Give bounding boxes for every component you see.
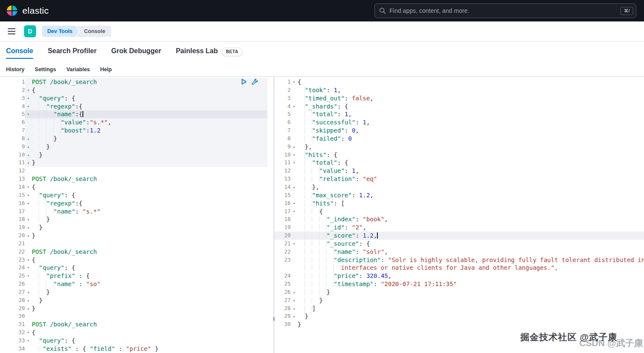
fold-close-icon[interactable]: ▴: [25, 305, 32, 313]
fold-close-icon[interactable]: ▴: [291, 288, 298, 296]
response-editor-line[interactable]: 19 "_id": "2",: [274, 223, 644, 232]
response-editor-line[interactable]: 29▴ }: [274, 312, 644, 320]
code-text[interactable]: "timestamp": "2020-07-21 17:11:35": [298, 280, 457, 288]
code-text[interactable]: "relation": "eq": [298, 175, 377, 183]
request-editor-line[interactable]: 8▴ }: [0, 135, 273, 143]
fold-open-icon[interactable]: ▾: [25, 191, 32, 199]
code-text[interactable]: "regexp":{: [32, 103, 82, 111]
response-editor-line[interactable]: 26▴ }: [274, 288, 644, 296]
request-editor-line[interactable]: 5▾ "name":{: [0, 110, 273, 118]
tab-grok-debugger[interactable]: Grok Debugger: [111, 47, 161, 58]
elastic-logo[interactable]: [5, 4, 19, 18]
request-editor-line[interactable]: 27▴ }: [0, 288, 273, 296]
code-text[interactable]: }: [32, 151, 43, 159]
code-text[interactable]: "query": {: [32, 264, 75, 272]
code-text[interactable]: "max_score": 1.2,: [298, 191, 374, 199]
wrench-icon[interactable]: [252, 78, 258, 85]
code-text[interactable]: }: [32, 296, 43, 305]
code-text[interactable]: "_source": {: [298, 240, 370, 248]
code-text[interactable]: "hits": {: [298, 151, 337, 159]
response-editor-line[interactable]: 11▾ "total": {: [274, 159, 644, 167]
request-editor-line[interactable]: 31POST /book/_search: [0, 320, 273, 329]
fold-close-icon[interactable]: ▴: [25, 215, 32, 223]
code-text[interactable]: ]: [298, 305, 316, 313]
code-text[interactable]: POST /book/_search: [32, 175, 97, 183]
code-text[interactable]: "hits": [: [298, 199, 345, 208]
fold-close-icon[interactable]: ▴: [25, 135, 32, 143]
request-editor-line[interactable]: 22POST /book/_search: [0, 248, 273, 256]
response-editor-line[interactable]: 10▾ "hits": {: [274, 151, 644, 159]
fold-open-icon[interactable]: ▾: [25, 103, 32, 111]
code-text[interactable]: "description": "Solr is highly scalable,…: [298, 256, 644, 264]
fold-close-icon[interactable]: ▴: [291, 312, 298, 320]
fold-open-icon[interactable]: ▾: [25, 183, 32, 191]
fold-close-icon[interactable]: ▴: [25, 223, 32, 232]
fold-close-icon[interactable]: ▴: [291, 305, 298, 313]
fold-open-icon[interactable]: ▾: [25, 272, 32, 280]
code-text[interactable]: "name": "solr",: [298, 248, 388, 256]
response-editor-line[interactable]: 8 "failed": 0: [274, 135, 644, 143]
response-editor-line[interactable]: 15 "max_score": 1.2,: [274, 191, 644, 199]
response-editor-line[interactable]: 4▾ "_shards": {: [274, 103, 644, 111]
request-editor-line[interactable]: 25▾ "prefix" : {: [0, 272, 273, 280]
code-text[interactable]: "prefix" : {: [32, 272, 90, 280]
fold-open-icon[interactable]: ▾: [291, 159, 298, 167]
response-editor-line[interactable]: 20 "_score": 1.2,: [274, 232, 644, 240]
response-editor-line[interactable]: 27▴ }: [274, 296, 644, 305]
code-text[interactable]: "value":"s.*",: [32, 118, 111, 127]
global-search-input[interactable]: Find apps, content, and more. ⌘/: [374, 3, 636, 18]
request-editor-line[interactable]: 1POST /book/_search: [0, 78, 273, 86]
fold-close-icon[interactable]: ▴: [291, 296, 298, 305]
response-editor-line[interactable]: 17▾ {: [274, 208, 644, 216]
request-editor-line[interactable]: 3▾ "query": {: [0, 94, 273, 103]
tab-painless-lab[interactable]: Painless Lab: [176, 47, 218, 58]
code-text[interactable]: POST /book/_search: [32, 248, 97, 256]
request-editor-line[interactable]: 15▾ "query": {: [0, 191, 273, 199]
response-editor-line[interactable]: 13 "relation": "eq": [274, 175, 644, 183]
request-editor-line[interactable]: 9▴ }: [0, 143, 273, 151]
fold-open-icon[interactable]: ▾: [25, 264, 32, 272]
response-editor-line[interactable]: 9▴ },: [274, 143, 644, 151]
response-editor-line[interactable]: 1▾{: [274, 78, 644, 86]
fold-close-icon[interactable]: ▴: [25, 296, 32, 305]
request-editor-line[interactable]: 34 "exists" : { "field" : "price" }: [0, 345, 273, 353]
code-text[interactable]: {: [298, 208, 323, 216]
code-text[interactable]: "successful": 1,: [298, 118, 370, 127]
response-editor-line[interactable]: 14▴ },: [274, 183, 644, 191]
fold-open-icon[interactable]: ▾: [25, 337, 32, 345]
response-editor-line[interactable]: 22 "name": "solr",: [274, 248, 644, 256]
fold-open-icon[interactable]: ▾: [291, 199, 298, 208]
space-avatar[interactable]: D: [24, 25, 36, 37]
code-text[interactable]: "regexp":{: [32, 199, 82, 208]
code-text[interactable]: interfaces or native clients for Java an…: [298, 264, 558, 272]
response-editor-line[interactable]: 23 "description": "Solr is highly scalab…: [274, 256, 644, 264]
fold-close-icon[interactable]: ▴: [291, 143, 298, 151]
request-editor-line[interactable]: 16▾ "regexp":{: [0, 199, 273, 208]
response-editor-line[interactable]: 12 "value": 1,: [274, 167, 644, 175]
fold-open-icon[interactable]: ▾: [291, 240, 298, 248]
request-editor-line[interactable]: 13POST /book/_search: [0, 175, 273, 183]
request-editor-line[interactable]: 28▴ }: [0, 296, 273, 305]
request-editor-line[interactable]: 11▴}: [0, 159, 273, 167]
fold-close-icon[interactable]: ▴: [25, 288, 32, 296]
code-text[interactable]: "timed_out": false,: [298, 94, 374, 103]
code-text[interactable]: "query": {: [32, 94, 75, 103]
code-text[interactable]: "total": {: [298, 159, 348, 167]
code-text[interactable]: POST /book/_search: [32, 78, 97, 86]
code-text[interactable]: }: [298, 288, 330, 296]
code-text[interactable]: "name" : "so": [32, 280, 100, 288]
code-text[interactable]: }: [32, 135, 57, 143]
response-editor-line[interactable]: 18 "_index": "book",: [274, 215, 644, 223]
response-editor-line[interactable]: 3 "timed_out": false,: [274, 94, 644, 103]
response-editor-line[interactable]: 21▾ "_source": {: [274, 240, 644, 248]
fold-open-icon[interactable]: ▾: [25, 199, 32, 208]
response-viewer[interactable]: 1▾{2 "took": 1,3 "timed_out": false,4▾ "…: [274, 77, 644, 353]
code-text[interactable]: "value": 1,: [298, 167, 359, 175]
breadcrumb-dev-tools[interactable]: Dev Tools: [42, 26, 79, 37]
request-editor[interactable]: 1POST /book/_search2▾{3▾ "query": {4▾ "r…: [0, 77, 273, 353]
code-text[interactable]: POST /book/_search: [32, 320, 97, 329]
code-text[interactable]: },: [298, 183, 319, 191]
code-text[interactable]: {: [298, 78, 301, 86]
code-text[interactable]: "query": {: [32, 337, 75, 345]
code-text[interactable]: }: [32, 305, 35, 313]
